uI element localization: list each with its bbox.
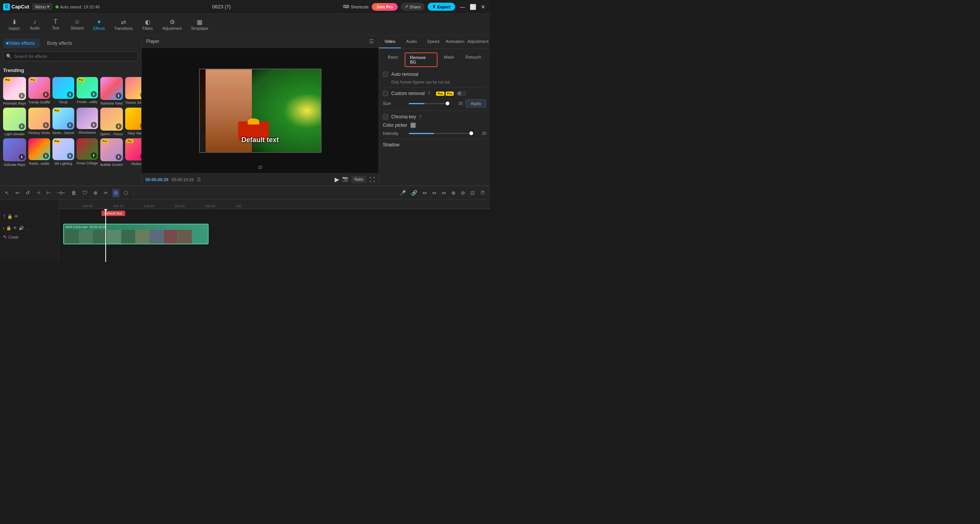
effect-trendy-graffiti[interactable]: Pro ⬇ Trendy Graffiti bbox=[28, 77, 50, 105]
size-slider[interactable] bbox=[409, 103, 448, 104]
bg-tab-mask[interactable]: Mask bbox=[439, 52, 459, 67]
close-button[interactable]: ✕ bbox=[479, 4, 487, 10]
video-track-info: 0623 (7)(4).mp4 00:00:16:26 bbox=[64, 224, 208, 229]
effect-xmas-collage[interactable]: ⬇ Xmas Collage bbox=[77, 138, 98, 167]
tool-transitions[interactable]: ⇄ Transitions bbox=[110, 17, 137, 32]
pro-badge: Pro bbox=[54, 139, 60, 143]
effect-slit-lighting[interactable]: Pro ⬇ Slit Lighting bbox=[52, 138, 74, 167]
tool-snap[interactable]: ⇔ bbox=[430, 189, 438, 197]
video-track[interactable]: 0623 (7)(4).mp4 00:00:16:26 bbox=[63, 224, 209, 244]
tab-animation[interactable]: Animation bbox=[444, 35, 466, 48]
maximize-button[interactable]: ⬜ bbox=[468, 4, 478, 10]
auto-removal-checkbox[interactable] bbox=[383, 72, 388, 77]
chroma-key-checkbox[interactable] bbox=[383, 114, 388, 120]
effect-delicate-thumb: ⬇ bbox=[3, 138, 26, 161]
player-header: Player ☰ bbox=[142, 35, 379, 48]
effect-flicker[interactable]: Pro ⬇ Flicker bbox=[125, 138, 141, 167]
effect-rainbow-twist[interactable]: ⬇ Rainbow Twist bbox=[100, 77, 123, 105]
tool-split-left[interactable]: ⊣ bbox=[34, 189, 42, 197]
effect-flickery-thumb: ⬇ bbox=[28, 108, 50, 129]
video-cover-icon: ▪ bbox=[3, 226, 5, 230]
effect-throb[interactable]: ⬇ Throb bbox=[52, 77, 74, 105]
custom-removal-checkbox[interactable] bbox=[383, 91, 388, 96]
effect-delicate-rays[interactable]: ⬇ Delicate Rays bbox=[3, 138, 26, 167]
tool-clock[interactable]: ⏱ bbox=[478, 189, 487, 197]
ruler-mark-0: 100:00 bbox=[82, 204, 113, 208]
effect-stretch-name: Stretc...Swivel bbox=[52, 131, 74, 135]
tool-effects[interactable]: ✦ Effects bbox=[90, 17, 109, 32]
tool-redo[interactable]: ↺ bbox=[24, 189, 32, 197]
effect-bubble-thumb: Pro ⬇ bbox=[100, 138, 123, 161]
effect-spinni-focus[interactable]: ⬇ Spinni... Focus bbox=[100, 108, 123, 136]
tool-filters[interactable]: ◐ Filters bbox=[138, 17, 157, 32]
custom-removal-toggle[interactable] bbox=[457, 91, 467, 96]
bg-tab-basic[interactable]: Basic bbox=[383, 52, 403, 67]
tool-mic[interactable]: 🎤 bbox=[398, 189, 408, 197]
tool-fit-view[interactable]: ⊡ bbox=[469, 189, 477, 197]
download-icon: ⬇ bbox=[19, 154, 25, 160]
apply-button[interactable]: Apply bbox=[466, 99, 486, 108]
play-button[interactable]: ▶ bbox=[335, 176, 339, 183]
app-name: CapCut bbox=[11, 4, 29, 10]
bg-tab-retouch[interactable]: Retouch bbox=[461, 52, 486, 67]
tool-select[interactable]: ↖ bbox=[3, 189, 11, 197]
effect-bubble-screen[interactable]: Pro ⬇ Bubble Screen bbox=[100, 138, 123, 167]
tool-filters-label: Filters bbox=[142, 26, 153, 31]
tool-stickers[interactable]: ☺ Stickers bbox=[67, 17, 88, 32]
tool-audio[interactable]: ♪ Audio bbox=[25, 17, 44, 32]
tab-body-effects[interactable]: Body effects bbox=[42, 38, 78, 48]
autosave-text: Auto saved: 19:32:46 bbox=[60, 5, 100, 9]
export-button[interactable]: ⬆ Export bbox=[428, 3, 455, 11]
tool-templates[interactable]: ▦ Templates bbox=[187, 17, 212, 32]
tool-zoom-in[interactable]: ⊕ bbox=[449, 189, 457, 197]
cover-edit-icon[interactable]: ✎ bbox=[3, 234, 7, 240]
share-button[interactable]: ↗ Share bbox=[401, 3, 425, 11]
tab-video[interactable]: Video bbox=[379, 35, 401, 48]
tool-cut[interactable]: ✂ bbox=[102, 189, 110, 197]
effect-light-streaks[interactable]: ⬇ Light Streaks bbox=[3, 108, 26, 136]
fullscreen-button[interactable]: ⛶ bbox=[369, 176, 375, 183]
effect-stretch-swivel[interactable]: Pro ⬇ Stretc...Swivel bbox=[52, 108, 74, 136]
timeline: ↖ ↩ ↺ ⊣ ⊢ ⊣⊢ 🗑 🛡 ⊕ ✂ ⧉ ⬡ 🎤 🔗 ⇔ ⇔ ⇔ ⊕ ⊖ ⊡… bbox=[0, 185, 490, 262]
effect-rainb-oodie[interactable]: ⬇ Rainb...oodie bbox=[28, 138, 50, 167]
minimize-button[interactable]: — bbox=[458, 4, 467, 10]
effect-fairy-wand[interactable]: ★ Fairy Wand bbox=[125, 108, 141, 136]
intensity-slider[interactable] bbox=[409, 133, 472, 134]
timeline-ruler-area[interactable]: 100:00 100:10 100:20 100:30 100:40 100: … bbox=[59, 200, 490, 262]
shortcuts-button[interactable]: ⌨ Shortcuts bbox=[343, 4, 368, 9]
search-input[interactable] bbox=[3, 51, 138, 61]
tool-mask[interactable]: 🛡 bbox=[80, 189, 89, 197]
tab-speed[interactable]: Speed bbox=[422, 35, 444, 48]
tool-import[interactable]: ⬇ Import bbox=[5, 17, 24, 32]
effect-prismatic-rays[interactable]: Pro ⬇ Prismatic Rays bbox=[3, 77, 26, 105]
bg-tab-remove[interactable]: Remove BG bbox=[405, 52, 438, 67]
tool-add[interactable]: ⊕ bbox=[91, 189, 100, 197]
audio-track-icon: 🔊 bbox=[19, 226, 24, 231]
tool-picture-in-picture[interactable]: ⧉ bbox=[112, 189, 119, 197]
tab-audio[interactable]: Audio bbox=[401, 35, 423, 48]
tool-delete[interactable]: 🗑 bbox=[69, 189, 78, 197]
tool-undo[interactable]: ↩ bbox=[13, 189, 21, 197]
effect-tremor-strobe[interactable]: ⬇ Tremor Strobe bbox=[125, 77, 141, 105]
effect-froste[interactable]: Pro ⬇ Froste...uality bbox=[77, 77, 98, 105]
tool-templates-label: Templates bbox=[191, 26, 209, 31]
tool-fit[interactable]: ⇔ bbox=[440, 189, 448, 197]
tool-split-right[interactable]: ⊢ bbox=[44, 189, 52, 197]
import-icon: ⬇ bbox=[12, 18, 17, 26]
join-pro-button[interactable]: Join Pro bbox=[372, 3, 398, 11]
tool-zoom-out[interactable]: ⊖ bbox=[459, 189, 467, 197]
effect-shockwave[interactable]: ⬇ Shockwave bbox=[77, 108, 98, 136]
tab-video-effects[interactable]: Video effects bbox=[3, 38, 40, 48]
tool-overlay[interactable]: ⬡ bbox=[122, 189, 130, 197]
tab-adjustment[interactable]: Adjustment bbox=[466, 35, 490, 48]
ratio-button[interactable]: Ratio bbox=[351, 176, 366, 183]
effect-flickery-shots[interactable]: ⬇ Flickery Shots bbox=[28, 108, 50, 136]
player-menu-icon[interactable]: ☰ bbox=[369, 38, 374, 44]
tool-text[interactable]: T Text bbox=[46, 17, 65, 32]
tool-align[interactable]: ⇔ bbox=[421, 189, 429, 197]
tool-split-both[interactable]: ⊣⊢ bbox=[55, 189, 67, 197]
tool-link[interactable]: 🔗 bbox=[409, 189, 419, 197]
color-swatch[interactable] bbox=[410, 123, 416, 128]
menu-button[interactable]: Menu ▾ bbox=[32, 3, 52, 10]
tool-adjustment[interactable]: ⚙ Adjustment bbox=[159, 17, 186, 32]
